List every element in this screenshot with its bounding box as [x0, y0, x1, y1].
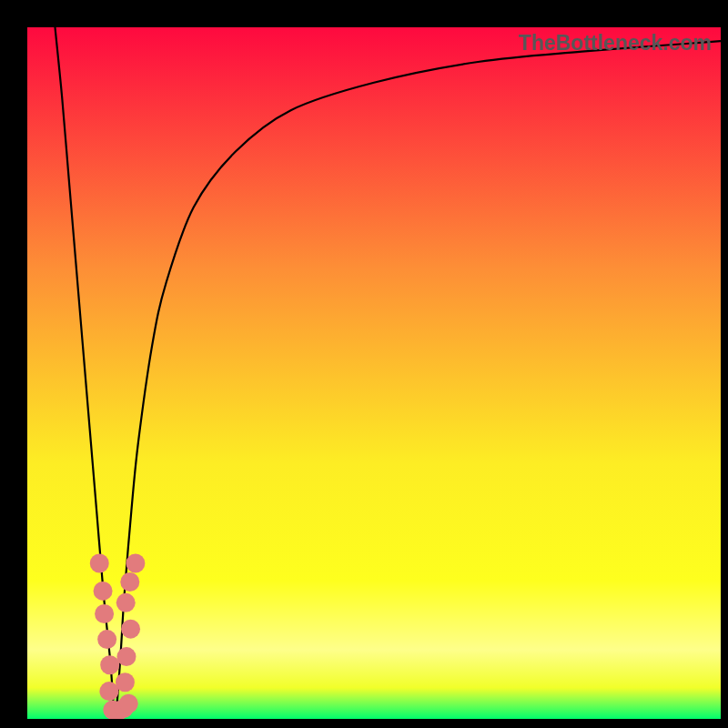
data-point [97, 630, 116, 649]
data-point [126, 554, 145, 573]
data-point [119, 694, 138, 713]
chart-frame: TheBottleneck.com [27, 27, 721, 719]
data-point [94, 581, 113, 601]
chart-svg [27, 27, 721, 719]
data-point [116, 647, 136, 666]
data-point [90, 554, 109, 573]
data-point [121, 620, 140, 639]
data-point [95, 604, 114, 623]
gradient-background [27, 27, 721, 719]
data-point [116, 593, 136, 612]
data-point [100, 655, 119, 674]
watermark-text: TheBottleneck.com [519, 31, 712, 56]
data-point [116, 672, 135, 692]
data-point [120, 572, 139, 592]
